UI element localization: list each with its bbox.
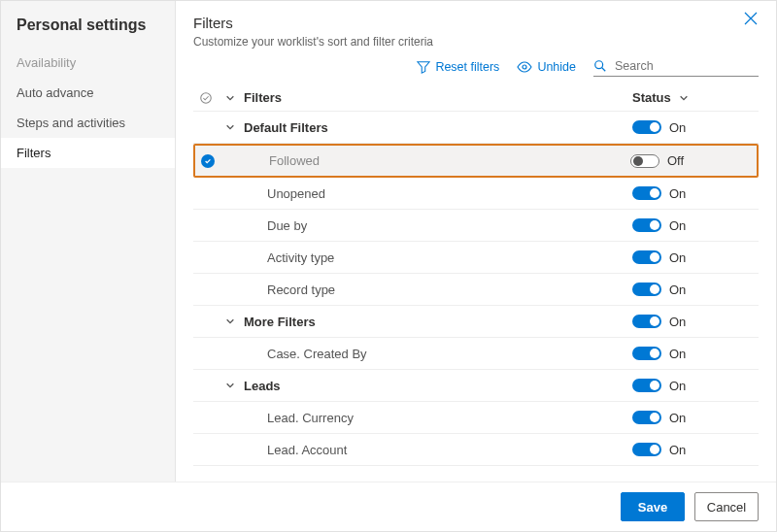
select-all[interactable] — [193, 91, 219, 105]
row-status: On — [632, 250, 759, 265]
column-header-name[interactable]: Filters — [242, 90, 632, 105]
expand-all[interactable] — [219, 93, 242, 103]
search-icon — [593, 59, 607, 73]
table-header: Filters Status — [193, 84, 759, 112]
row-check[interactable] — [195, 154, 220, 168]
sidebar-title: Personal settings — [1, 11, 175, 48]
row-label: More Filters — [242, 315, 632, 329]
status-label: On — [669, 283, 686, 297]
filter-row[interactable]: FollowedOff — [193, 144, 759, 178]
app-window: Personal settings AvailabilityAuto advan… — [0, 0, 777, 532]
column-header-status[interactable]: Status — [632, 90, 759, 105]
reset-filters-button[interactable]: Reset filters — [417, 60, 499, 74]
row-expand[interactable] — [219, 316, 242, 326]
filter-icon — [417, 60, 430, 74]
filter-row[interactable]: Activity typeOn — [193, 242, 759, 274]
chevron-down-icon — [225, 93, 235, 103]
filter-row[interactable]: Default FiltersOn — [193, 112, 759, 144]
page-title: Filters — [193, 15, 433, 31]
row-label: Unopened — [242, 186, 632, 201]
status-label: On — [669, 379, 686, 393]
status-label: On — [669, 443, 686, 457]
row-label: Case. Created By — [242, 347, 632, 361]
toggle[interactable] — [632, 218, 661, 232]
row-label: Default Filters — [242, 120, 632, 135]
svg-line-2 — [602, 68, 606, 72]
filter-row[interactable]: Record typeOn — [193, 274, 759, 306]
status-label: On — [669, 218, 686, 233]
toggle[interactable] — [632, 120, 661, 134]
toggle[interactable] — [632, 250, 661, 264]
toggle[interactable] — [632, 315, 661, 328]
filter-row[interactable]: More FiltersOn — [193, 306, 759, 338]
row-status: On — [632, 379, 759, 393]
filter-row[interactable]: LeadsOn — [193, 370, 759, 402]
chevron-down-icon — [225, 381, 235, 390]
toggle[interactable] — [632, 283, 661, 296]
svg-point-0 — [523, 65, 526, 69]
toggle[interactable] — [630, 154, 659, 168]
row-label: Lead. Currency — [242, 411, 632, 425]
toggle[interactable] — [632, 186, 661, 200]
toggle[interactable] — [632, 443, 661, 456]
row-status: On — [632, 120, 759, 135]
row-status: On — [632, 283, 759, 297]
eye-icon — [517, 61, 532, 73]
status-label: Off — [667, 153, 684, 168]
filter-list: Default FiltersOnFollowedOffUnopenedOnDu… — [193, 112, 759, 482]
status-label: On — [669, 411, 686, 425]
row-label: Leads — [242, 379, 632, 393]
filter-row[interactable]: Lead. AccountOn — [193, 434, 759, 466]
main-panel: Filters Customize your worklist's sort a… — [176, 1, 776, 482]
main-header: Filters Customize your worklist's sort a… — [193, 11, 759, 56]
sidebar-nav: AvailabilityAuto advanceSteps and activi… — [1, 48, 175, 168]
row-expand[interactable] — [219, 381, 242, 390]
filter-row[interactable]: UnopenedOn — [193, 178, 759, 210]
row-label: Activity type — [242, 250, 632, 265]
search-field[interactable] — [593, 56, 759, 77]
search-input[interactable] — [613, 58, 759, 74]
filter-row[interactable]: Due byOn — [193, 210, 759, 242]
page-subtitle: Customize your worklist's sort and filte… — [193, 35, 433, 49]
save-button[interactable]: Save — [621, 492, 685, 521]
row-status: On — [632, 347, 759, 361]
row-status: On — [632, 443, 759, 457]
sidebar-item-filters[interactable]: Filters — [1, 138, 175, 168]
close-button[interactable] — [743, 11, 759, 29]
footer: Save Cancel — [1, 482, 776, 531]
toggle[interactable] — [632, 411, 661, 424]
filter-row[interactable]: Case. Created ByOn — [193, 338, 759, 370]
status-label: On — [669, 120, 686, 135]
row-expand[interactable] — [219, 122, 242, 132]
row-status: On — [632, 315, 759, 329]
close-icon — [743, 11, 759, 26]
row-status: On — [632, 218, 759, 233]
toggle[interactable] — [632, 347, 661, 360]
filter-row[interactable]: Lead. CurrencyOn — [193, 402, 759, 434]
sidebar-item-steps-and-activities[interactable]: Steps and activities — [1, 108, 175, 138]
row-status: On — [632, 411, 759, 425]
row-label: Record type — [242, 283, 632, 297]
toggle[interactable] — [632, 379, 661, 392]
status-label: On — [669, 186, 686, 201]
status-label: On — [669, 315, 686, 329]
row-label: Lead. Account — [242, 443, 632, 457]
cancel-button[interactable]: Cancel — [694, 492, 759, 521]
svg-point-1 — [595, 61, 603, 69]
row-status: On — [632, 186, 759, 201]
sidebar-item-availability[interactable]: Availability — [1, 48, 175, 78]
toolbar: Reset filters Unhide — [193, 56, 759, 77]
svg-point-3 — [201, 92, 212, 103]
sidebar-item-auto-advance[interactable]: Auto advance — [1, 78, 175, 108]
check-circle-icon — [199, 91, 213, 105]
status-label: On — [669, 347, 686, 361]
check-icon — [201, 154, 215, 168]
chevron-down-icon — [225, 316, 235, 326]
row-label: Due by — [242, 218, 632, 233]
reset-filters-label: Reset filters — [435, 60, 499, 74]
unhide-button[interactable]: Unhide — [517, 60, 576, 74]
chevron-down-icon — [225, 122, 235, 132]
sidebar: Personal settings AvailabilityAuto advan… — [1, 1, 176, 482]
unhide-label: Unhide — [537, 60, 576, 74]
row-label: Followed — [244, 153, 630, 168]
